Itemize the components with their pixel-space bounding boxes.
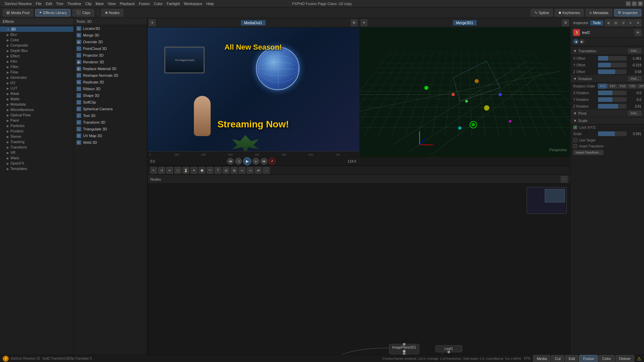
tree-item-templates[interactable]: ▶Templates (0, 166, 73, 171)
viewer-ctrl-bezier[interactable]: ⌛ (182, 167, 189, 174)
invert-transform-checkbox[interactable] (573, 144, 577, 148)
clips-button[interactable]: ⬛ Clips (72, 9, 94, 16)
tool-renderer3d[interactable]: ◼ Renderer 3D (74, 59, 147, 65)
viewer-ctrl-text[interactable]: T (215, 167, 221, 174)
pivot-pick-btn[interactable]: Pick... (628, 111, 641, 116)
menu-trim[interactable]: Trim (54, 2, 65, 6)
step-back-button[interactable]: ◁ (235, 158, 242, 165)
tool-sphericalcamera[interactable]: ⊙ Spherical Camera (74, 106, 147, 112)
menu-playback[interactable]: Playback (118, 2, 137, 6)
play-forward-button[interactable]: ▷ (253, 158, 259, 165)
y-rotation-slider[interactable] (598, 97, 627, 102)
section-translation-header[interactable]: ▼ Translation Pick... (571, 47, 644, 55)
spline-button[interactable]: ∿ Spline (531, 9, 553, 16)
viewer-ctrl-paint[interactable]: ✦ (191, 167, 197, 174)
tree-item-lut[interactable]: ▶LUT (0, 85, 73, 91)
tree-item-film[interactable]: ▶Film (0, 59, 73, 64)
inspector-tab-tools[interactable]: Tools (590, 20, 603, 25)
tree-item-tracking[interactable]: ▶Tracking (0, 139, 73, 144)
minimize-button[interactable]: ─ (626, 1, 631, 6)
section-scale-header[interactable]: ▼ Scale (571, 117, 644, 124)
tool-shape3d[interactable]: △ Shape 3D (74, 92, 147, 99)
tree-item-filter[interactable]: ▶Filter (0, 64, 73, 69)
tree-item-metadata[interactable]: ▶Metadata (0, 102, 73, 107)
viewer-ctrl-poly[interactable]: ⬡ (174, 167, 181, 174)
x-rotation-slider[interactable] (598, 90, 627, 95)
tree-item-position[interactable]: ▶Position (0, 128, 73, 134)
viewer-left-crosshair[interactable]: ✛ (149, 19, 156, 26)
use-target-checkbox[interactable] (573, 138, 577, 142)
tree-item-blur[interactable]: ▶Blur (0, 32, 73, 37)
inspector-btn2[interactable]: ⊟ (612, 19, 619, 26)
tree-item-opticalflow[interactable]: ▶Optical Flow (0, 112, 73, 118)
lock-xyz-checkbox[interactable]: ✓ (573, 125, 577, 129)
rot-btn-yzx[interactable]: YZX (628, 84, 637, 88)
y-offset-slider[interactable] (598, 63, 627, 67)
translation-pick-btn[interactable]: Pick... (628, 49, 641, 53)
menu-view[interactable]: View (106, 2, 118, 6)
loop-button[interactable]: ↺ (269, 158, 275, 165)
viewer-ctrl-undo[interactable]: ↩ (239, 167, 246, 174)
scale-slider[interactable] (598, 131, 627, 136)
z-offset-slider[interactable] (598, 69, 627, 74)
inspector-btn1[interactable]: ⊕ (605, 19, 612, 26)
rot-btn-yxz[interactable]: YXZ (618, 84, 627, 88)
node-leaf1[interactable]: Leaf1 (435, 345, 462, 352)
node-editor-options[interactable]: ⋯ (561, 176, 568, 183)
viewer-left-title[interactable]: MediaOut1 (241, 20, 266, 25)
node-hide-btn[interactable]: 👁 (635, 29, 641, 36)
nav-btn-prev[interactable]: ◀ (573, 39, 579, 44)
maximize-button[interactable]: □ (632, 1, 637, 6)
node-canvas[interactable]: Random Leaves.png ImagePlane3D1 Leaf1 Be… (148, 184, 570, 355)
tree-item-vr[interactable]: ▶VR (0, 150, 73, 155)
tool-triangulate3d[interactable]: △ Triangulate 3D (74, 126, 147, 132)
tree-item-matte[interactable]: ▶Matte (0, 96, 73, 102)
tree-item-composite[interactable]: ▶Composite (0, 43, 73, 48)
viewer-right-settings[interactable]: ⚙ (562, 19, 569, 26)
bottom-tab-deliver[interactable]: Deliver (615, 355, 634, 362)
play-button[interactable]: ▶ (243, 157, 251, 165)
tool-pointcloud3d[interactable]: ⋯ PointCloud 3D (74, 45, 147, 52)
tools-list[interactable]: ◎ Locator3D ⊕ Merge 3D ◉ Override 3D ⋯ P… (74, 25, 147, 355)
tool-weld3d[interactable]: ⊗ Weld 3D (74, 139, 147, 146)
tree-item-stereo[interactable]: ▶Stereo (0, 134, 73, 139)
menu-fairlight[interactable]: Fairlight (165, 2, 182, 6)
inspector-button[interactable]: ⚙ Inspector (614, 9, 641, 16)
tree-item-openfx[interactable]: ▶OpenFX (0, 161, 73, 166)
viewer-ctrl-pencil[interactable]: ✏ (166, 167, 173, 174)
viewer-ctrl-bspline[interactable]: 〜 (207, 167, 213, 174)
inspector-btn4[interactable]: ≡ (627, 19, 634, 26)
tool-softclip[interactable]: ◻ SoftClip (74, 99, 147, 106)
effects-tree[interactable]: ▼3D ▶Blur ▶Color ▶Composite ▶Depth Blur … (0, 25, 73, 355)
tool-ribbon3d[interactable]: 〰 Ribbon 3D (74, 85, 147, 92)
go-start-button[interactable]: ⏮ (227, 158, 234, 165)
tool-locator3d[interactable]: ◎ Locator3D (74, 25, 147, 32)
tree-item-color[interactable]: ▶Color (0, 37, 73, 43)
nav-btn-next[interactable]: ▶ (579, 39, 585, 44)
tool-reshapanormals3d[interactable]: ↗ Reshape Normals 3D (74, 72, 147, 79)
tool-uvmap3d[interactable]: ⊟ UV Map 3D (74, 132, 147, 139)
close-button[interactable]: ✕ (638, 1, 643, 6)
tree-item-particles[interactable]: ▶Particles (0, 123, 73, 128)
metadata-button[interactable]: ≡ Metadata (586, 9, 612, 16)
viewer-ctrl-paste[interactable]: ⊞ (231, 167, 237, 174)
bottom-tab-color[interactable]: Color (598, 355, 614, 362)
menu-workspace[interactable]: Workspace (182, 2, 204, 6)
go-end-button[interactable]: ⏭ (261, 158, 267, 165)
menu-help[interactable]: Help (204, 2, 216, 6)
nodes-button[interactable]: ◈ Nodes (101, 9, 123, 16)
tree-item-effect[interactable]: ▶Effect (0, 53, 73, 59)
menu-edit[interactable]: Edit (44, 2, 54, 6)
tree-item-generator[interactable]: ▶Generator (0, 75, 73, 80)
viewer-ctrl-arrow[interactable]: → (263, 167, 270, 174)
viewer-right-crosshair[interactable]: ✛ (361, 19, 367, 26)
bottom-tab-fusion[interactable]: Fusion (579, 355, 598, 362)
media-pool-button[interactable]: ▤ Media Pool (3, 9, 33, 16)
tool-merge3d[interactable]: ⊕ Merge 3D (74, 32, 147, 39)
rotation-pick-btn[interactable]: Pick... (628, 76, 641, 81)
tree-item-mask[interactable]: ▶Mask (0, 91, 73, 96)
z-rotation-slider[interactable] (598, 104, 627, 109)
x-offset-slider[interactable] (598, 56, 627, 61)
menu-color[interactable]: Color (152, 2, 165, 6)
menu-clip[interactable]: Clip (83, 2, 94, 6)
